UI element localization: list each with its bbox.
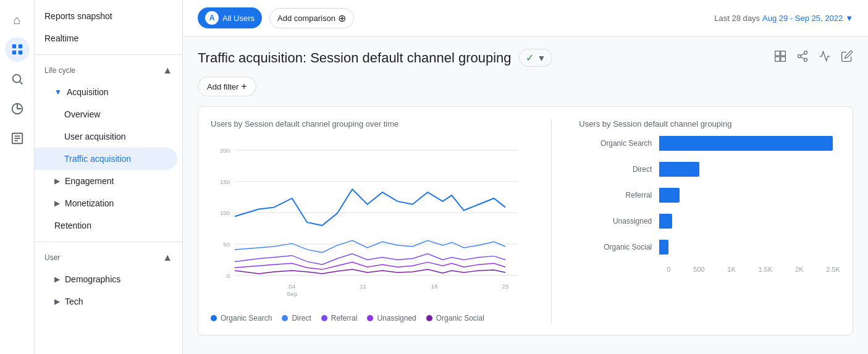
chart-divider — [551, 119, 552, 322]
svg-text:0: 0 — [227, 272, 230, 279]
svg-text:200: 200 — [220, 147, 230, 154]
bar-axis-1-5k: 1.5K — [759, 266, 773, 273]
nav-divider-2 — [35, 242, 182, 242]
bar-label-organic-search: Organic Search — [579, 139, 659, 148]
legend-organic-search: Organic Search — [211, 314, 272, 322]
svg-rect-14 — [781, 57, 786, 62]
bar-fill-direct — [659, 162, 699, 177]
nav-item-retention[interactable]: Retention — [35, 214, 177, 237]
bar-row-direct: Direct — [579, 162, 840, 177]
bar-track-organic-search — [659, 136, 840, 151]
insights-icon[interactable] — [819, 50, 831, 65]
sidebar-icons-panel: ⌂ — [0, 0, 35, 354]
nav-item-reports-snapshot[interactable]: Reports snapshot — [35, 5, 177, 27]
legend-direct: Direct — [282, 314, 311, 322]
chart-type-icon[interactable] — [774, 50, 786, 65]
page-title: Traffic acquisition: Session default cha… — [198, 50, 512, 66]
legend-dot-unassigned — [367, 315, 373, 321]
bar-track-unassigned — [659, 214, 840, 229]
svg-text:150: 150 — [220, 179, 230, 185]
bar-row-organic-social: Organic Social — [579, 240, 840, 255]
bar-label-referral: Referral — [579, 191, 659, 200]
add-filter-button[interactable]: Add filter + — [198, 77, 256, 96]
svg-point-16 — [798, 55, 801, 58]
badge-dropdown-icon: ▼ — [537, 53, 546, 63]
filter-plus-icon: + — [241, 81, 246, 92]
bar-label-unassigned: Unassigned — [579, 217, 659, 225]
bar-fill-organic-search — [659, 136, 833, 151]
bar-axis-500: 500 — [693, 266, 704, 273]
charts-container: Users by Session default channel groupin… — [198, 106, 853, 335]
legend-dot-referral — [321, 315, 327, 321]
svg-rect-2 — [12, 51, 15, 54]
svg-text:Sep: Sep — [287, 290, 298, 297]
user-collapse-icon[interactable]: ▲ — [162, 252, 172, 263]
nav-item-user-acquisition[interactable]: User acquisition — [35, 125, 177, 148]
nav-item-tech[interactable]: ▶ Tech — [35, 290, 177, 313]
svg-line-18 — [801, 57, 804, 59]
analytics-icon[interactable] — [5, 37, 30, 62]
all-users-pill[interactable]: A All Users — [198, 7, 262, 28]
legend-referral: Referral — [321, 314, 358, 322]
bar-label-organic-social: Organic Social — [579, 243, 659, 251]
svg-point-17 — [804, 58, 807, 61]
bar-axis-0: 0 — [667, 266, 670, 273]
bar-fill-organic-social — [659, 240, 668, 255]
chart-legend: Organic Search Direct Referral Unassigne… — [211, 314, 524, 322]
bar-label-direct: Direct — [579, 165, 659, 174]
svg-rect-11 — [775, 51, 780, 56]
svg-point-15 — [804, 51, 807, 54]
legend-dot-organic-social — [426, 315, 432, 321]
title-actions — [774, 50, 853, 65]
reports-list-icon[interactable] — [5, 126, 30, 151]
legend-dot-direct — [282, 315, 288, 321]
date-range: Last 28 days Aug 29 - Sep 25, 2022 ▼ — [714, 14, 853, 23]
line-chart-wrapper: 200 150 100 50 0 04 Sep 11 18 25 — [211, 136, 524, 309]
legend-dot-organic-search — [211, 315, 217, 321]
bar-chart-title: Users by Session default channel groupin… — [579, 119, 840, 129]
date-range-value[interactable]: Aug 29 - Sep 25, 2022 — [762, 14, 843, 23]
line-chart-svg: 200 150 100 50 0 04 Sep 11 18 25 — [211, 136, 524, 309]
add-comparison-button[interactable]: Add comparison ⊕ — [269, 8, 354, 28]
nav-item-overview[interactable]: Overview — [35, 103, 177, 125]
nav-item-monetization[interactable]: ▶ Monetization — [35, 192, 177, 214]
filter-row: Add filter + — [198, 77, 853, 96]
search-explore-icon[interactable] — [5, 67, 30, 91]
main-content: A All Users Add comparison ⊕ Last 28 day… — [183, 0, 868, 354]
bar-track-referral — [659, 188, 840, 203]
share-icon[interactable] — [796, 50, 809, 65]
lifecycle-collapse-icon[interactable]: ▲ — [162, 65, 172, 76]
svg-point-4 — [12, 75, 20, 83]
svg-rect-13 — [775, 57, 780, 62]
nav-item-demographics[interactable]: ▶ Demographics — [35, 268, 177, 290]
bar-row-referral: Referral — [579, 188, 840, 203]
bar-chart-section: Users by Session default channel groupin… — [579, 119, 840, 322]
title-badge[interactable]: ✓ ▼ — [519, 49, 553, 67]
svg-text:11: 11 — [360, 283, 366, 290]
bar-x-axis: 0 500 1K 1.5K 2K 2.5K — [667, 266, 840, 273]
line-chart-title: Users by Session default channel groupin… — [211, 119, 524, 129]
bar-track-direct — [659, 162, 840, 177]
home-icon[interactable]: ⌂ — [5, 7, 30, 32]
svg-rect-1 — [18, 44, 22, 48]
legend-organic-social: Organic Social — [426, 314, 484, 322]
svg-line-5 — [20, 82, 22, 84]
svg-text:18: 18 — [431, 283, 437, 290]
line-chart-section: Users by Session default channel groupin… — [211, 119, 524, 322]
plus-icon: ⊕ — [338, 12, 346, 24]
check-icon: ✓ — [526, 52, 534, 64]
nav-item-traffic-acquisition[interactable]: Traffic acquisition — [35, 148, 177, 170]
advertising-icon[interactable] — [5, 96, 30, 121]
svg-line-19 — [801, 53, 804, 55]
svg-rect-0 — [12, 44, 15, 48]
bar-chart-wrapper: Organic Search Direct Referral — [579, 136, 840, 309]
nav-item-acquisition[interactable]: ▼ Acquisition — [35, 81, 177, 103]
bar-axis-1k: 1K — [727, 266, 735, 273]
edit-icon[interactable] — [841, 50, 853, 65]
nav-item-engagement[interactable]: ▶ Engagement — [35, 170, 177, 192]
date-dropdown-icon[interactable]: ▼ — [845, 14, 853, 23]
user-section-label: User ▲ — [35, 247, 182, 268]
nav-item-realtime[interactable]: Realtime — [35, 27, 177, 49]
legend-unassigned: Unassigned — [367, 314, 416, 322]
content-area: Traffic acquisition: Session default cha… — [183, 36, 868, 348]
